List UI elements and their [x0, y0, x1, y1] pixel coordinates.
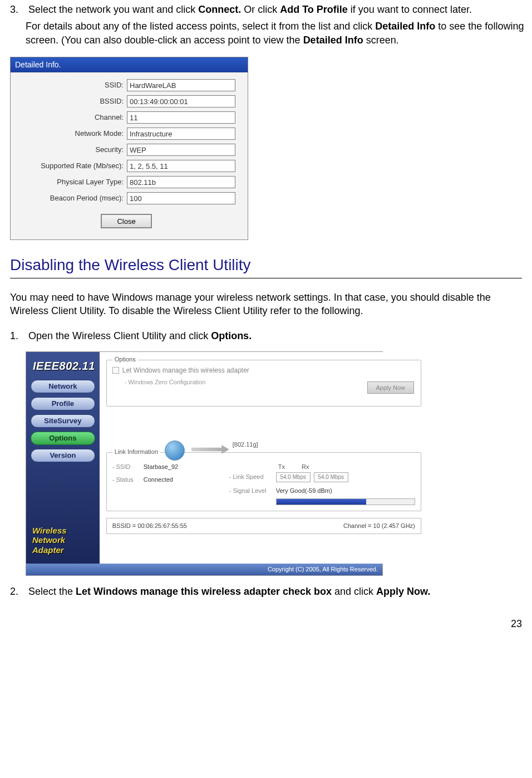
- section-heading: Disabling the Wireless Client Utility: [10, 255, 522, 276]
- status-v: Connected: [144, 476, 173, 484]
- signal-level-k: - Signal Level: [229, 487, 276, 495]
- step-2-body: Select the Let Windows manage this wirel…: [28, 585, 518, 598]
- status-k: - Status: [112, 476, 144, 484]
- t: Select the: [28, 586, 76, 597]
- link-right: Tx Rx - Link Speed 54.0 Mbps 54.0 Mbps -…: [229, 463, 415, 505]
- signal-bar-fill: [277, 499, 366, 505]
- detailed-info-body: SSID:HardWareLAB BSSID:00:13:49:00:00:01…: [11, 72, 248, 240]
- let-windows-bold: Let Windows manage this wireless adapter…: [76, 586, 332, 597]
- t: Wireless: [32, 526, 67, 535]
- tx-header: Tx: [278, 463, 285, 471]
- t: Select the network you want and click: [28, 4, 198, 15]
- link-left: - SSIDStarbase_92 - StatusConnected: [112, 463, 224, 505]
- page-number: 23: [10, 617, 522, 630]
- tab-version[interactable]: Version: [31, 449, 95, 462]
- add-to-profile-bold: Add To Profile: [280, 4, 348, 15]
- step-1-number: 1.: [10, 329, 26, 342]
- network-mode-label: Network Mode:: [13, 129, 127, 139]
- ssid-label: SSID:: [13, 80, 127, 90]
- channel-status: Channel = 10 (2.457 GHz): [343, 522, 415, 530]
- options-bold: Options.: [211, 330, 252, 341]
- channel-label: Channel:: [13, 112, 127, 123]
- step-1: 1. Open the Wireless Client Utility and …: [10, 329, 522, 342]
- step-3-number: 3.: [10, 3, 26, 16]
- step-2-number: 2.: [10, 585, 26, 598]
- tx-speed-box: 54.0 Mbps: [276, 472, 311, 482]
- beacon-field[interactable]: 100: [127, 192, 235, 204]
- tab-sitesurvey[interactable]: SiteSurvey: [31, 414, 95, 428]
- detailed-info-bold: Detailed Info: [375, 21, 435, 32]
- sidebar-label: Wireless Network Adapter: [31, 526, 95, 558]
- t: For details about any of the listed acce…: [26, 21, 375, 32]
- signal-level-v: Very Good(-59 dBm): [276, 487, 332, 495]
- link-speed-k: - Link Speed: [229, 473, 276, 481]
- wcu-wrapper: ✕ IEEE802.11 Network Profile SiteSurvey …: [26, 351, 522, 576]
- wcu-footer: Copyright (C) 2005, All Rights Reserved.: [26, 564, 382, 575]
- link-information-fieldset: Link Information [802.11g] - SSIDStarbas…: [106, 452, 421, 511]
- apply-now-button[interactable]: Apply Now: [367, 381, 414, 394]
- ssid-field[interactable]: HardWareLAB: [127, 79, 235, 91]
- rx-header: Rx: [302, 463, 309, 471]
- apply-now-bold: Apply Now.: [376, 586, 430, 597]
- step-3-para2: For details about any of the listed acce…: [26, 19, 530, 47]
- bssid-status: BSSID = 00:06:25:67:55:55: [112, 522, 187, 530]
- let-windows-manage-checkbox[interactable]: [112, 367, 119, 374]
- section-rule: [10, 278, 522, 278]
- tab-network[interactable]: Network: [31, 380, 95, 393]
- t: screen.: [363, 35, 399, 46]
- ssid-k: - SSID: [112, 463, 144, 471]
- step-3: 3. Select the network you want and click…: [10, 3, 522, 47]
- connect-bold: Connect.: [198, 4, 241, 15]
- detailed-info-window: Detailed Info. SSID:HardWareLAB BSSID:00…: [10, 57, 248, 240]
- supported-rate-field[interactable]: 1, 2, 5.5, 11: [127, 160, 235, 172]
- protocol-label: [802.11g]: [233, 441, 258, 449]
- t: if you want to connect later.: [348, 4, 472, 15]
- security-label: Security:: [13, 145, 127, 155]
- wireless-client-utility-window: ✕ IEEE802.11 Network Profile SiteSurvey …: [26, 351, 383, 576]
- link-info-legend: Link Information: [112, 448, 160, 456]
- security-field[interactable]: WEP: [127, 144, 235, 156]
- globe-icon: [165, 441, 185, 461]
- supported-rate-label: Supported Rate (Mb/sec):: [13, 161, 127, 171]
- t: Or click: [241, 4, 280, 15]
- rx-speed-box: 54.0 Mbps: [314, 472, 348, 482]
- ssid-v: Starbase_92: [144, 463, 178, 471]
- phy-layer-field[interactable]: 802.11b: [127, 176, 235, 188]
- wcu-main: Options Let Windows manage this wireless…: [100, 352, 428, 564]
- bssid-label: BSSID:: [13, 96, 127, 106]
- let-windows-manage-label: Let Windows manage this wireless adapter: [122, 366, 249, 375]
- status-box: BSSID = 00:06:25:67:55:55 Channel = 10 (…: [106, 518, 421, 534]
- wcu-sidebar: IEEE802.11 Network Profile SiteSurvey Op…: [26, 352, 100, 564]
- t: Open the Wireless Client Utility and cli…: [28, 330, 211, 341]
- detailed-info-titlebar: Detailed Info.: [11, 57, 248, 72]
- options-legend: Options: [112, 355, 138, 364]
- options-fieldset: Options Let Windows manage this wireless…: [106, 360, 421, 407]
- close-button[interactable]: Close: [101, 214, 152, 228]
- network-mode-field[interactable]: Infrastructure: [127, 128, 235, 140]
- phy-layer-label: Physical Layer Type:: [13, 177, 127, 187]
- tab-profile[interactable]: Profile: [31, 397, 95, 410]
- detailed-info-footer: Close: [13, 208, 240, 237]
- detailed-info-bold-2: Detailed Info: [303, 35, 363, 46]
- let-windows-manage-row[interactable]: Let Windows manage this wireless adapter: [112, 366, 415, 375]
- beacon-label: Beacon Period (msec):: [13, 193, 127, 203]
- bssid-field[interactable]: 00:13:49:00:00:01: [127, 95, 235, 107]
- step-1-body: Open the Wireless Client Utility and cli…: [28, 329, 518, 342]
- ieee-logo: IEEE802.11: [31, 358, 95, 376]
- signal-bar-track: [276, 498, 415, 505]
- step-2: 2. Select the Let Windows manage this wi…: [10, 585, 522, 598]
- section-para: You may need to have Windows manage your…: [10, 291, 522, 318]
- channel-field[interactable]: 11: [127, 111, 235, 124]
- tab-options[interactable]: Options: [31, 432, 95, 445]
- t: and click: [332, 586, 376, 597]
- t: Network Adapter: [32, 535, 65, 554]
- step-3-body: Select the network you want and click Co…: [28, 3, 518, 16]
